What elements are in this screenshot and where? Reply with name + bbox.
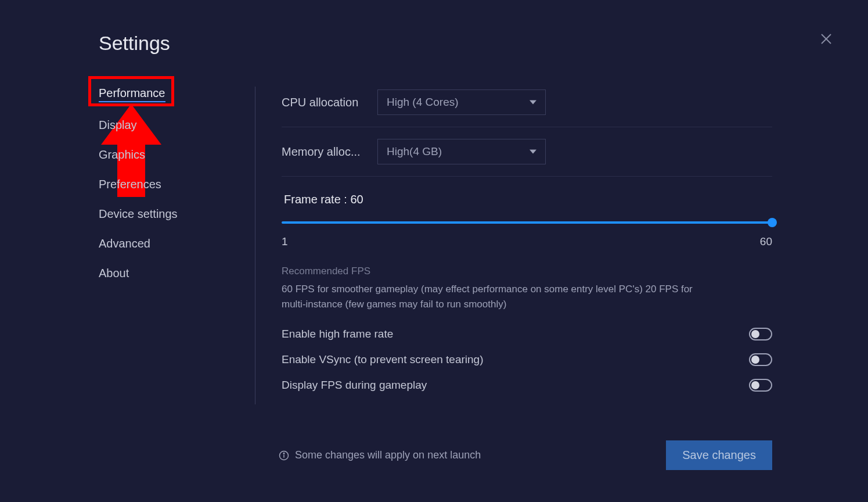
toggle-knob bbox=[751, 381, 759, 389]
sidebar-item-device-settings[interactable]: Device settings bbox=[99, 207, 178, 221]
toggle-high-frame-rate[interactable] bbox=[749, 328, 772, 340]
fps-info-title: Recommended FPS bbox=[282, 266, 772, 277]
toggle-high-frame-rate-label: Enable high frame rate bbox=[282, 328, 393, 340]
close-button[interactable] bbox=[819, 32, 833, 46]
sidebar-item-about[interactable]: About bbox=[99, 267, 129, 280]
toggle-knob bbox=[751, 330, 759, 338]
chevron-down-icon bbox=[530, 99, 536, 106]
toggle-display-fps[interactable] bbox=[749, 379, 772, 392]
slider-min-label: 1 bbox=[282, 235, 288, 248]
memory-allocation-label: Memory alloc... bbox=[282, 145, 377, 159]
toggle-vsync[interactable] bbox=[749, 353, 772, 366]
fps-info-text: 60 FPS for smoother gameplay (may effect… bbox=[282, 282, 700, 311]
toggle-display-fps-label: Display FPS during gameplay bbox=[282, 379, 427, 392]
memory-allocation-value: High(4 GB) bbox=[387, 145, 442, 158]
slider-max-label: 60 bbox=[760, 235, 772, 248]
toggle-knob bbox=[751, 356, 759, 364]
cpu-allocation-label: CPU allocation bbox=[282, 96, 377, 109]
frame-rate-label: Frame rate : 60 bbox=[284, 193, 772, 206]
sidebar-item-graphics[interactable]: Graphics bbox=[99, 148, 145, 162]
page-title: Settings bbox=[99, 32, 772, 55]
chevron-down-icon bbox=[530, 148, 536, 155]
cpu-allocation-dropdown[interactable]: High (4 Cores) bbox=[377, 89, 546, 115]
sidebar: Performance Display Graphics Preferences… bbox=[99, 87, 255, 404]
sidebar-item-display[interactable]: Display bbox=[99, 119, 137, 132]
sidebar-item-preferences[interactable]: Preferences bbox=[99, 178, 161, 191]
footer-info-text: Some changes will apply on next launch bbox=[295, 449, 481, 461]
info-icon bbox=[279, 450, 289, 461]
save-changes-button[interactable]: Save changes bbox=[666, 440, 772, 470]
slider-track bbox=[282, 221, 772, 224]
svg-point-4 bbox=[283, 453, 284, 454]
footer-info: Some changes will apply on next launch bbox=[279, 449, 481, 461]
frame-rate-slider[interactable] bbox=[282, 217, 772, 228]
cpu-allocation-value: High (4 Cores) bbox=[387, 96, 459, 109]
sidebar-item-advanced[interactable]: Advanced bbox=[99, 237, 150, 250]
toggle-vsync-label: Enable VSync (to prevent screen tearing) bbox=[282, 353, 483, 366]
memory-allocation-dropdown[interactable]: High(4 GB) bbox=[377, 139, 546, 164]
sidebar-item-performance[interactable]: Performance bbox=[99, 87, 165, 102]
slider-thumb[interactable] bbox=[768, 218, 777, 227]
main-panel: CPU allocation High (4 Cores) Memory all… bbox=[255, 87, 772, 404]
